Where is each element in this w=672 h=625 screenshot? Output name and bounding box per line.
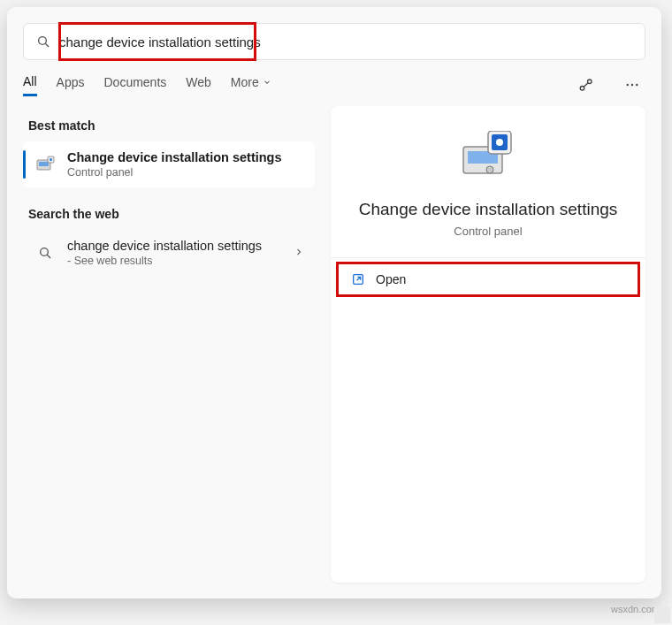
filter-tabs: All Apps Documents Web More bbox=[23, 72, 645, 97]
web-result-subtitle: - See web results bbox=[67, 255, 262, 267]
network-icon bbox=[578, 77, 594, 93]
tab-web[interactable]: Web bbox=[186, 75, 211, 95]
svg-point-19 bbox=[496, 139, 503, 146]
search-input[interactable] bbox=[59, 34, 632, 50]
search-web-heading: Search the web bbox=[28, 207, 309, 221]
best-match-subtitle: Control panel bbox=[67, 166, 282, 179]
tab-documents[interactable]: Documents bbox=[103, 75, 166, 95]
chevron-down-icon bbox=[263, 78, 271, 87]
preview-subtitle: Control panel bbox=[331, 225, 645, 238]
control-panel-hero-icon bbox=[460, 131, 516, 184]
divider bbox=[331, 257, 645, 258]
svg-point-6 bbox=[631, 84, 633, 86]
watermark: wsxdn.com bbox=[611, 604, 660, 614]
svg-point-16 bbox=[486, 166, 493, 173]
best-match-item[interactable]: Change device installation settings Cont… bbox=[23, 141, 315, 187]
svg-point-2 bbox=[580, 87, 584, 91]
best-match-heading: Best match bbox=[28, 118, 309, 133]
search-bar[interactable] bbox=[23, 23, 645, 60]
svg-point-12 bbox=[41, 248, 49, 256]
control-panel-icon bbox=[34, 153, 57, 176]
tab-more[interactable]: More bbox=[231, 75, 271, 95]
preview-panel: Change device installation settings Cont… bbox=[331, 106, 645, 583]
tab-apps[interactable]: Apps bbox=[57, 75, 85, 95]
web-result-title: change device installation settings bbox=[67, 239, 262, 253]
svg-line-13 bbox=[47, 255, 50, 258]
highlight-open-action: Open bbox=[336, 262, 640, 297]
scrollbar-corner bbox=[654, 607, 670, 623]
svg-point-0 bbox=[39, 37, 47, 45]
svg-point-11 bbox=[50, 158, 52, 161]
web-result-text: change device installation settings - Se… bbox=[67, 239, 262, 267]
results-list: Best match Change device installation se… bbox=[23, 106, 315, 583]
ellipsis-icon bbox=[624, 77, 640, 93]
tab-more-label: More bbox=[231, 75, 259, 89]
tab-all[interactable]: All bbox=[23, 74, 37, 96]
preview-title: Change device installation settings bbox=[331, 200, 645, 219]
best-match-text: Change device installation settings Cont… bbox=[67, 150, 282, 179]
apps-connector-button[interactable] bbox=[573, 72, 599, 98]
web-result-item[interactable]: change device installation settings - Se… bbox=[23, 230, 315, 276]
svg-line-4 bbox=[584, 83, 588, 88]
open-label: Open bbox=[376, 272, 406, 286]
svg-rect-9 bbox=[39, 162, 49, 166]
more-options-button[interactable] bbox=[619, 72, 645, 98]
svg-point-3 bbox=[588, 80, 592, 84]
open-icon bbox=[351, 272, 365, 286]
svg-point-5 bbox=[627, 84, 629, 86]
search-icon bbox=[34, 246, 57, 260]
best-match-title: Change device installation settings bbox=[67, 150, 282, 164]
results-body: Best match Change device installation se… bbox=[23, 106, 645, 583]
chevron-right-icon bbox=[294, 245, 304, 261]
open-action[interactable]: Open bbox=[339, 264, 638, 294]
search-panel: All Apps Documents Web More Best match C… bbox=[7, 7, 661, 598]
svg-line-1 bbox=[45, 43, 49, 47]
svg-point-7 bbox=[636, 84, 638, 86]
search-icon bbox=[36, 34, 50, 49]
